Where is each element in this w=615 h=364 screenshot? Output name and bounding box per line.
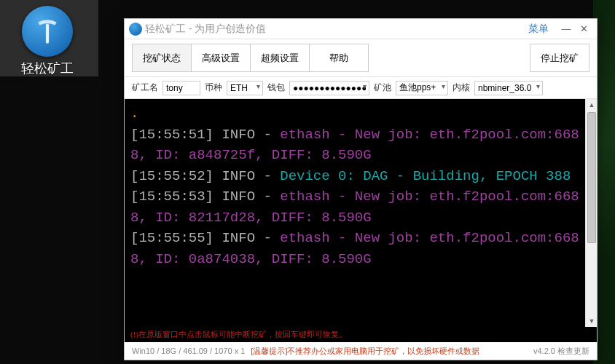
pool-label: 矿池 [374, 82, 391, 94]
desktop-shortcut[interactable]: 轻松矿工 [7, 6, 87, 77]
app-window: 轻松矿工 - 为用户创造价值 菜单 — ✕ 挖矿状态 高级设置 超频设置 帮助 … [124, 18, 598, 360]
kernel-label: 内核 [453, 82, 470, 94]
wallet-select[interactable] [289, 81, 369, 95]
console-tip: (!)在原版窗口中点击鼠标可能中断挖矿，按回车键即可恢复。 [125, 327, 597, 342]
params-bar: 矿工名 币种 钱包 矿池 内核 [125, 77, 597, 99]
kernel-select[interactable] [474, 81, 543, 95]
tab-advanced[interactable]: 高级设置 [191, 44, 251, 72]
close-button[interactable]: ✕ [575, 23, 592, 34]
miner-name-input[interactable] [162, 81, 200, 95]
warning-text: [温馨提示]不推荐办公或家用电脑用于挖矿，以免损坏硬件或数据 [251, 346, 479, 357]
pickaxe-icon [22, 6, 73, 57]
console-area: . [15:55:51] INFO - ethash - New job: et… [125, 99, 597, 327]
svg-rect-0 [46, 24, 49, 44]
pool-select[interactable] [396, 81, 448, 95]
system-info: Win10 / 18G / 461.09 / 1070 x 1 [132, 347, 245, 355]
scrollbar[interactable]: ▲ ▼ [585, 99, 597, 327]
titlebar[interactable]: 轻松矿工 - 为用户创造价值 菜单 — ✕ [125, 19, 597, 39]
console-output[interactable]: . [15:55:51] INFO - ethash - New job: et… [125, 99, 585, 327]
wallet-label: 钱包 [267, 82, 285, 94]
tab-help[interactable]: 帮助 [309, 44, 369, 72]
toolbar: 挖矿状态 高级设置 超频设置 帮助 停止挖矿 [125, 39, 597, 77]
version-text[interactable]: v4.2.0 检查更新 [533, 346, 589, 357]
scroll-up-button[interactable]: ▲ [586, 99, 597, 111]
coin-select[interactable] [227, 81, 263, 95]
tab-mining-status[interactable]: 挖矿状态 [132, 44, 192, 72]
desktop-shortcut-label: 轻松矿工 [21, 60, 74, 77]
statusbar: Win10 / 18G / 461.09 / 1070 x 1 [温馨提示]不推… [125, 342, 597, 360]
miner-name-label: 矿工名 [132, 82, 158, 94]
app-icon [129, 23, 142, 36]
scroll-down-button[interactable]: ▼ [586, 315, 597, 327]
minimize-button[interactable]: — [557, 23, 575, 34]
menu-button[interactable]: 菜单 [528, 23, 549, 36]
scroll-thumb[interactable] [587, 112, 596, 243]
tab-overclock[interactable]: 超频设置 [250, 44, 310, 72]
stop-mining-button[interactable]: 停止挖矿 [530, 44, 589, 72]
coin-label: 币种 [205, 82, 222, 94]
window-title: 轻松矿工 - 为用户创造价值 [145, 23, 266, 36]
